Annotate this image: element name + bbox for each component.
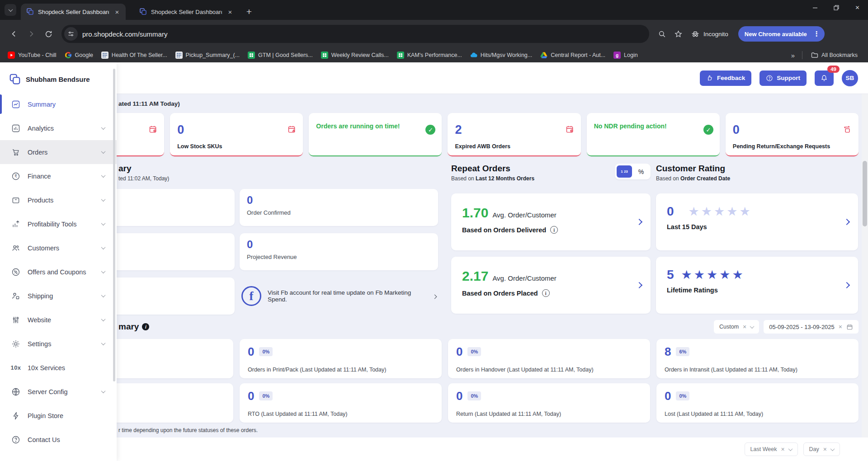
svg-text:₹: ₹ <box>14 174 17 179</box>
date-filter-chip[interactable]: Custom × <box>714 320 759 334</box>
sidebar-item-offers-coupons[interactable]: Offers and Coupons <box>0 260 117 284</box>
rating-card-last-15-days[interactable]: 0 ★★★★★ Last 15 Days <box>656 193 858 250</box>
chevron-right-icon[interactable] <box>636 282 642 288</box>
toggle-count-option[interactable]: 1 23 <box>617 165 632 178</box>
calendar-icon[interactable] <box>846 324 853 330</box>
order-summary-card-return[interactable]: 00% Return (Last Updated at 11:11 AM, To… <box>448 383 650 423</box>
bookmarks-bar: YouTube - Chill Google Health Of The Sel… <box>0 48 868 62</box>
new-tab-button[interactable]: + <box>242 5 256 19</box>
sidebar-item-10x-services[interactable]: 10x 10x Services <box>0 356 117 380</box>
sidebar-item-shipping[interactable]: Shipping <box>0 284 117 308</box>
url-bar[interactable]: pro.shopdeck.com/summary <box>61 25 649 43</box>
sidebar-item-label: Settings <box>28 340 51 348</box>
search-icon[interactable] <box>654 26 670 42</box>
summary-card-order-confirmed[interactable]: 0 Order Confirmed <box>240 189 438 226</box>
facebook-link[interactable]: f Visit Fb account for real time update … <box>240 278 438 315</box>
sidebar-scrollbar[interactable] <box>113 69 115 381</box>
scrollbar-thumb[interactable] <box>863 161 867 226</box>
order-summary-card-intransit[interactable]: 86% Orders in Intransit (Last Updated at… <box>656 339 859 378</box>
site-settings-icon[interactable] <box>64 27 78 41</box>
bookmark-item[interactable]: Central Report - Aut... <box>536 50 609 61</box>
bookmark-item[interactable]: Pickup_Summary_(... <box>171 50 244 61</box>
page-scrollbar[interactable] <box>862 94 868 437</box>
sidebar-item-contact-us[interactable]: Contact Us <box>0 428 117 452</box>
tab-search-button[interactable] <box>5 4 16 16</box>
sidebar-item-website[interactable]: Website <box>0 308 117 332</box>
restore-button[interactable] <box>826 0 847 15</box>
sidebar-item-finance[interactable]: ₹ Finance <box>0 164 117 188</box>
bookmarks-overflow-icon[interactable]: » <box>788 52 797 59</box>
all-bookmarks-button[interactable]: All Bookmarks <box>807 50 862 61</box>
chevron-down-icon[interactable] <box>830 447 835 451</box>
bookmark-item[interactable]: g Login <box>609 50 642 61</box>
alert-card-ndr[interactable]: No NDR pending action! ✓ <box>587 113 720 156</box>
bookmark-item[interactable]: KAM's Performance... <box>393 50 466 61</box>
clear-icon[interactable]: × <box>781 446 784 453</box>
bookmark-item[interactable]: Health Of The Seller... <box>97 50 171 61</box>
repeat-orders-card-delivered[interactable]: 1.70Avg. Order/Customer Based on Orders … <box>451 193 651 250</box>
chevron-right-icon[interactable] <box>636 219 642 225</box>
rating-card-lifetime[interactable]: 5 ★★★★★ Lifetime Ratings <box>656 257 858 314</box>
toggle-percent-option[interactable]: % <box>633 165 649 178</box>
sidebar-item-profitability-tools[interactable]: Profitability Tools <box>0 212 117 236</box>
alert-card-returns[interactable]: 0 Pending Return/Exchange Requests <box>726 113 859 156</box>
clear-icon[interactable]: × <box>743 323 746 330</box>
bookmark-item[interactable]: Google <box>61 50 97 61</box>
notifications-button[interactable] <box>815 71 834 86</box>
repeat-orders-card-placed[interactable]: 2.17Avg. Order/Customer Based on Orders … <box>451 257 651 314</box>
chevron-right-icon[interactable] <box>844 219 850 225</box>
sidebar-item-settings[interactable]: Settings <box>0 332 117 356</box>
sidebar-item-orders[interactable]: Orders <box>0 140 117 164</box>
sidebar-item-server-config[interactable]: Server Config <box>0 380 117 404</box>
granularity-filter-chip[interactable]: Day × <box>803 442 840 456</box>
chevron-down-icon[interactable] <box>750 324 755 329</box>
sidebar-item-app[interactable]: App <box>0 452 117 461</box>
bookmark-item[interactable]: Weekly Review Calls... <box>317 50 393 61</box>
avatar[interactable]: SB <box>842 70 858 86</box>
order-summary-card-printpack[interactable]: 00% Orders in Print/Pack (Last Updated a… <box>240 339 442 378</box>
close-button[interactable]: ✕ <box>847 0 868 15</box>
chevron-down-icon <box>101 245 106 249</box>
chevron-right-icon[interactable] <box>844 282 850 288</box>
reload-button[interactable] <box>40 25 57 42</box>
alert-card-orders-on-time[interactable]: Orders are running on time! ✓ <box>309 113 442 156</box>
bookmark-item[interactable]: GTM | Good Sellers... <box>244 50 317 61</box>
sidebar-item-plugin-store[interactable]: Plugin Store <box>0 404 117 428</box>
support-button[interactable]: Support <box>760 71 807 86</box>
sidebar-item-analytics[interactable]: Analytics <box>0 116 117 140</box>
date-range-chip[interactable]: 05-09-2025 - 13-09-2025 × <box>764 320 859 334</box>
sidebar-item-customers[interactable]: Customers <box>0 236 117 260</box>
order-summary-card-handover[interactable]: 00% Orders in Handover (Last Updated at … <box>448 339 650 378</box>
feedback-button[interactable]: Feedback <box>700 71 751 86</box>
bookmark-item[interactable]: YouTube - Chill <box>4 50 61 61</box>
info-icon[interactable]: i <box>542 289 550 297</box>
bookmark-item[interactable]: Hits/Mgsv Working... <box>466 50 536 61</box>
order-summary-card-lost[interactable]: 00% Lost (Last Updated at 11:11 AM, Toda… <box>656 383 859 423</box>
cloud-icon <box>470 52 477 59</box>
repeat-value: 1.70 <box>462 205 488 220</box>
browser-tab-active[interactable]: Shopdeck Seller Dashboard × <box>21 4 126 20</box>
info-icon[interactable]: i <box>550 226 558 234</box>
period-filter-chip[interactable]: Last Week × <box>745 442 798 456</box>
chevron-down-icon[interactable] <box>788 447 793 451</box>
alert-status-message: Orders are running on time! <box>316 122 434 130</box>
chrome-update-button[interactable]: New Chrome available ⋮ <box>738 26 825 42</box>
browser-tab-inactive[interactable]: Shopdeck Seller Dashboard × <box>134 4 239 20</box>
alert-card-low-stock[interactable]: 0 Low Stock SKUs <box>170 113 303 156</box>
alerts-card-row: 0 Low Stock SKUs Orders are running on t… <box>31 113 859 156</box>
alert-card-expired-awb[interactable]: 2 Expired AWB Orders <box>448 113 580 156</box>
info-icon[interactable]: i <box>142 323 149 330</box>
summary-card-projected-revenue[interactable]: 0 Projected Revenue <box>240 233 438 270</box>
bookmark-star-icon[interactable] <box>670 26 686 42</box>
back-button[interactable] <box>5 25 23 42</box>
clear-icon[interactable]: × <box>839 323 842 330</box>
sidebar-item-products[interactable]: Products <box>0 188 117 212</box>
tab-close-icon[interactable]: × <box>226 8 234 16</box>
sidebar-item-summary[interactable]: Summary <box>0 92 117 116</box>
order-summary-card-rto[interactable]: 00% RTO (Last Updated at 11:11 AM, Today… <box>240 383 442 423</box>
minimize-button[interactable] <box>804 0 826 15</box>
menu-kebab-icon[interactable]: ⋮ <box>811 30 822 38</box>
tab-close-icon[interactable]: × <box>113 8 121 16</box>
clear-icon[interactable]: × <box>823 446 827 453</box>
forward-button[interactable] <box>23 25 40 42</box>
